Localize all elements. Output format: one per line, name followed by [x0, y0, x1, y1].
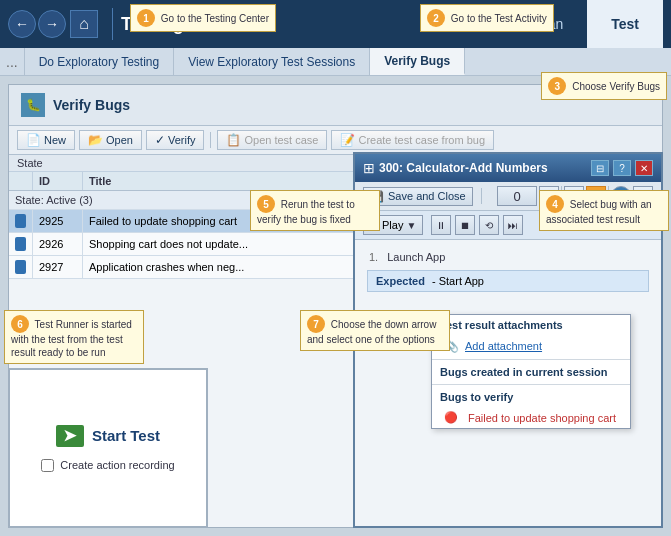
tab-test[interactable]: Test — [587, 0, 663, 48]
stop-button[interactable]: ⏹ — [455, 215, 475, 235]
expected-label: Expected — [376, 275, 425, 287]
create-recording-checkbox[interactable] — [41, 459, 54, 472]
dropdown-sep1 — [432, 359, 630, 360]
dropdown-header-1: Test result attachments — [432, 315, 630, 335]
layout-button[interactable]: ⊟ — [591, 160, 609, 176]
subnav-item-exploratory[interactable]: Do Exploratory Testing — [25, 48, 175, 75]
dropdown-bug-item[interactable]: 🔴 Failed to update shopping cart — [432, 407, 630, 428]
counter-display: 0 — [497, 186, 537, 206]
rewind-button[interactable]: ⟲ — [479, 215, 499, 235]
help-button[interactable]: ? — [613, 160, 631, 176]
forward-button[interactable]: → — [38, 10, 66, 38]
subnav-item-verify-bugs[interactable]: Verify Bugs — [370, 48, 465, 75]
pause-button[interactable]: ⏸ — [431, 215, 451, 235]
col-checkbox — [9, 172, 33, 190]
step-text: Launch App — [387, 251, 445, 263]
panel-header-icon: 🐛 — [21, 93, 45, 117]
verify-button[interactable]: ✓ Verify — [146, 130, 205, 150]
row3-id: 2927 — [33, 256, 83, 278]
back-icon: ← — [15, 16, 29, 32]
tab-plan[interactable]: Plan — [511, 0, 587, 48]
home-icon: ⌂ — [79, 15, 89, 33]
play-icon: ▶ — [370, 218, 379, 232]
row1-checkbox — [9, 210, 33, 232]
down-arrow-button[interactable]: ▼ — [586, 186, 606, 206]
bug-icon-3 — [15, 260, 26, 274]
skip-button[interactable]: ⏭ — [503, 215, 523, 235]
play-dropdown-arrow[interactable]: ▼ — [406, 220, 416, 231]
nav-title: Testing Center — [121, 14, 246, 35]
step-row: 1. Launch App — [363, 248, 653, 266]
step-number: 1. — [369, 251, 378, 263]
home-button[interactable]: ⌂ — [70, 10, 98, 38]
bugs-toolbar: 📄 New 📂 Open ✓ Verify 📋 Open test case 📝… — [9, 126, 662, 155]
sep4 — [608, 186, 609, 206]
back-button[interactable]: ← — [8, 10, 36, 38]
nav-separator — [112, 8, 113, 40]
new-button[interactable]: 📄 New — [17, 130, 75, 150]
nav-tabs: Plan Test — [511, 0, 663, 48]
trash-button[interactable]: 🗑 — [539, 186, 559, 206]
create-test-case-icon: 📝 — [340, 133, 355, 147]
new-icon: 📄 — [26, 133, 41, 147]
bug-flag-icon: 🔴 — [444, 411, 458, 424]
bug-icon-2 — [15, 237, 26, 251]
panel-title: Verify Bugs — [53, 97, 130, 113]
calc-toolbar: 💾 Save and Close 0 🗑 ⚙ ▼ i ▼ — [355, 182, 661, 211]
row2-checkbox — [9, 233, 33, 255]
calc-play-row: ▶ Play ▼ ⏸ ⏹ ⟲ ⏭ — [355, 211, 661, 240]
toolbar-sep — [210, 132, 211, 148]
dropdown-header-2: Bugs created in current session — [432, 362, 630, 382]
row1-id: 2925 — [33, 210, 83, 232]
subnav-item-sessions[interactable]: View Exploratory Test Sessions — [174, 48, 370, 75]
close-button[interactable]: ✕ — [635, 160, 653, 176]
open-test-case-button[interactable]: 📋 Open test case — [217, 130, 327, 150]
settings-button[interactable]: ⚙ — [564, 186, 584, 206]
start-test-button[interactable]: ➤ Start Test — [56, 425, 160, 447]
dropdown-menu: Test result attachments 📎 Add attachment… — [431, 314, 631, 429]
dropdown-add-attachment[interactable]: 📎 Add attachment — [432, 335, 630, 357]
play-button[interactable]: ▶ Play ▼ — [363, 215, 423, 235]
sep3 — [561, 186, 562, 206]
calc-title-icon: ⊞ — [363, 160, 375, 176]
row2-id: 2926 — [33, 233, 83, 255]
save-icon: 💾 — [370, 190, 384, 203]
open-icon: 📂 — [88, 133, 103, 147]
open-test-case-icon: 📋 — [226, 133, 241, 147]
nav-title-area: Testing Center ▼ — [121, 14, 511, 35]
row3-checkbox — [9, 256, 33, 278]
calc-title-text: 300: Calculator-Add Numbers — [379, 161, 587, 175]
start-test-panel: ➤ Start Test Create action recording — [8, 368, 208, 528]
verify-icon: ✓ — [155, 133, 165, 147]
nav-dropdown-arrow[interactable]: ▼ — [250, 17, 262, 31]
toolbar-sep2 — [481, 188, 482, 204]
save-close-button[interactable]: 💾 Save and Close — [363, 187, 473, 206]
calc-title-bar: ⊞ 300: Calculator-Add Numbers ⊟ ? ✕ — [355, 154, 661, 182]
dropdown-sep2 — [432, 384, 630, 385]
bug-icon-1 — [15, 214, 26, 228]
calc-steps-area: 1. Launch App Expected - Start App — [355, 240, 661, 304]
expected-text: - Start App — [432, 275, 484, 287]
calc-icon-group: 0 🗑 ⚙ ▼ i ▼ — [497, 186, 653, 206]
dropdown-header-3: Bugs to verify — [432, 387, 630, 407]
open-button[interactable]: 📂 Open — [79, 130, 142, 150]
nav-bar: ← → ⌂ Testing Center ▼ Plan Test — [0, 0, 671, 48]
create-recording-row: Create action recording — [41, 459, 174, 472]
forward-icon: → — [45, 16, 59, 32]
main-area: 🐛 Verify Bugs 📄 New 📂 Open ✓ Verify 📋 Op… — [0, 76, 671, 536]
create-test-case-button[interactable]: 📝 Create test case from bug — [331, 130, 494, 150]
calc-window: ⊞ 300: Calculator-Add Numbers ⊟ ? ✕ 💾 Sa… — [353, 152, 663, 528]
sub-nav-more[interactable]: ... — [0, 48, 25, 75]
expected-row: Expected - Start App — [367, 270, 649, 292]
expand-button[interactable]: ▼ — [633, 186, 653, 206]
info-button[interactable]: i — [611, 186, 631, 206]
attachment-icon: 📎 — [444, 339, 459, 353]
col-id: ID — [33, 172, 83, 190]
sub-nav: ... Do Exploratory Testing View Explorat… — [0, 48, 671, 76]
panel-header: 🐛 Verify Bugs — [9, 85, 662, 126]
start-arrow-icon: ➤ — [56, 425, 84, 447]
